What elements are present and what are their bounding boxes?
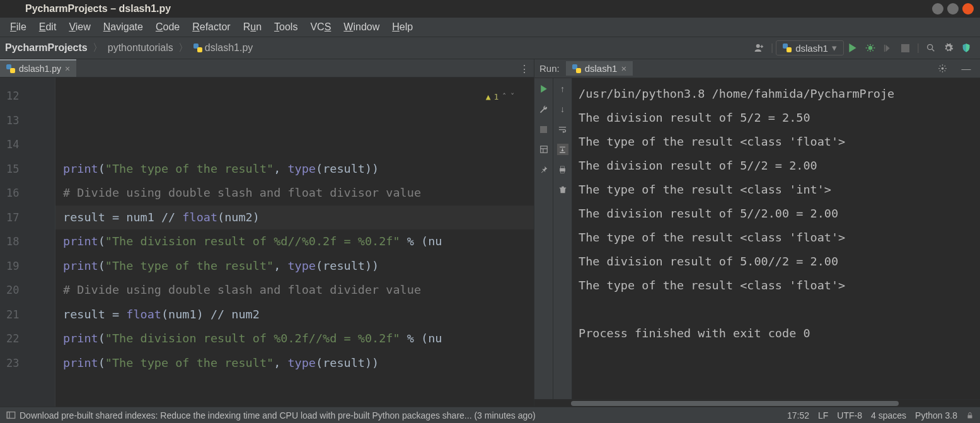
- soft-wrap-icon[interactable]: [557, 124, 568, 135]
- menu-navigate[interactable]: Navigate: [98, 20, 148, 34]
- gear-icon[interactable]: [942, 41, 955, 55]
- code-line[interactable]: # Divide using double slash and float di…: [63, 181, 534, 206]
- stop-button[interactable]: [899, 41, 913, 55]
- breadcrumb-file[interactable]: dslash1.py: [205, 42, 253, 54]
- menu-edit[interactable]: Edit: [34, 20, 62, 34]
- scroll-to-end-icon[interactable]: [557, 144, 568, 155]
- debug-button[interactable]: [863, 41, 877, 55]
- run-tool-header: Run: dslash1 × —: [534, 59, 980, 78]
- hide-panel-icon[interactable]: —: [959, 62, 973, 76]
- code-line[interactable]: print("The type of the result", type(res…: [63, 254, 534, 279]
- status-encoding[interactable]: UTF-8: [837, 410, 862, 420]
- run-button[interactable]: [846, 41, 860, 55]
- code-line[interactable]: # Divide using double slash and float di…: [63, 278, 534, 303]
- menu-tools[interactable]: Tools: [269, 20, 303, 34]
- up-arrow-icon[interactable]: ↑: [557, 83, 568, 95]
- lock-icon[interactable]: [966, 412, 974, 419]
- inspection-summary[interactable]: ▲ 1 ˆ ˇ: [486, 85, 515, 110]
- chevron-down-icon[interactable]: ˇ: [510, 85, 515, 110]
- status-time[interactable]: 17:52: [787, 410, 809, 420]
- close-icon[interactable]: ×: [621, 63, 626, 74]
- svg-point-0: [756, 44, 760, 48]
- run-tab-label: dslash1: [585, 63, 618, 74]
- status-interpreter[interactable]: Python 3.8: [915, 410, 957, 420]
- console-line: The type of the result <class 'float'>: [579, 274, 980, 298]
- window-close-button[interactable]: [962, 3, 974, 14]
- window-maximize-button[interactable]: [947, 3, 959, 14]
- print-icon[interactable]: [557, 164, 568, 175]
- wrench-icon[interactable]: [538, 103, 550, 115]
- breadcrumb-folder[interactable]: pythontutorials: [108, 42, 173, 54]
- console-line: The division result of 5.00//2 = 2.00: [579, 250, 980, 274]
- console-line: [579, 298, 980, 322]
- status-message[interactable]: Download pre-built shared indexes: Reduc…: [20, 410, 536, 420]
- layout-icon[interactable]: [538, 144, 550, 155]
- code-line[interactable]: result = float(num1) // num2: [63, 303, 534, 327]
- breadcrumb-project[interactable]: PycharmProjects: [5, 42, 88, 54]
- menu-view[interactable]: View: [64, 20, 95, 34]
- menu-refactor[interactable]: Refactor: [187, 20, 235, 34]
- search-icon[interactable]: [924, 41, 938, 55]
- coverage-button[interactable]: [881, 41, 895, 55]
- line-number[interactable]: 15: [6, 157, 55, 182]
- add-user-icon[interactable]: [752, 41, 766, 55]
- python-file-icon: [572, 64, 581, 73]
- code-line[interactable]: print("The division result of %d//%0.2f …: [63, 229, 534, 254]
- code-line[interactable]: print("The division result of %0.2f//%d …: [63, 327, 534, 351]
- navigation-bar: PycharmProjects 〉 pythontutorials 〉 dsla…: [0, 37, 980, 59]
- menu-bar: File Edit View Navigate Code Refactor Ru…: [0, 18, 980, 37]
- line-number[interactable]: 20: [6, 278, 55, 303]
- chevron-up-icon[interactable]: ˆ: [502, 85, 507, 110]
- menu-code[interactable]: Code: [151, 20, 185, 34]
- line-number[interactable]: 22: [6, 327, 55, 351]
- menu-window[interactable]: Window: [338, 20, 384, 34]
- menu-run[interactable]: Run: [238, 20, 267, 34]
- line-number[interactable]: 21: [6, 303, 55, 327]
- code-line[interactable]: [63, 375, 534, 400]
- svg-point-4: [928, 45, 933, 50]
- rerun-button[interactable]: [538, 83, 550, 95]
- breadcrumb[interactable]: PycharmProjects 〉 pythontutorials 〉 dsla…: [5, 42, 253, 55]
- tool-windows-icon[interactable]: [6, 410, 16, 420]
- status-indent[interactable]: 4 spaces: [871, 410, 906, 420]
- trash-icon[interactable]: [557, 184, 568, 195]
- stop-button[interactable]: [538, 124, 550, 135]
- toolbar-separator: |: [917, 42, 919, 54]
- line-number-gutter[interactable]: 121314151617181920212223: [0, 78, 55, 407]
- editor-tab[interactable]: dslash1.py ×: [0, 59, 76, 77]
- code-line[interactable]: print("The type of the result", type(res…: [63, 351, 534, 376]
- pin-icon[interactable]: [538, 164, 550, 175]
- window-minimize-button[interactable]: [932, 3, 943, 14]
- line-number[interactable]: 17: [6, 206, 55, 230]
- gear-icon[interactable]: [935, 62, 949, 76]
- code-editor[interactable]: ▲ 1 ˆ ˇ print("The type of the result", …: [55, 78, 534, 407]
- line-number[interactable]: 13: [6, 108, 55, 133]
- code-line[interactable]: print("The type of the result", type(res…: [63, 157, 534, 182]
- code-line[interactable]: result = num1 // float(num2): [63, 206, 534, 230]
- close-icon[interactable]: ×: [65, 64, 70, 74]
- line-number[interactable]: 14: [6, 132, 55, 157]
- menu-vcs[interactable]: VCS: [305, 20, 336, 34]
- shield-icon[interactable]: [959, 41, 973, 55]
- console-line: The type of the result <class 'float'>: [579, 226, 980, 250]
- menu-help[interactable]: Help: [387, 20, 418, 34]
- line-number[interactable]: 18: [6, 229, 55, 254]
- tab-options-icon[interactable]: ⋮: [519, 63, 530, 75]
- menu-file[interactable]: File: [5, 20, 32, 34]
- svg-rect-6: [540, 126, 547, 133]
- run-console-output[interactable]: /usr/bin/python3.8 /home/fahmida/Pycharm…: [572, 78, 980, 399]
- editor-body[interactable]: 121314151617181920212223 ▲ 1 ˆ ˇ print("…: [0, 78, 534, 407]
- run-tab[interactable]: dslash1 ×: [566, 61, 633, 76]
- status-line-separator[interactable]: LF: [818, 410, 828, 420]
- run-console-toolbar: ↑ ↓: [553, 78, 572, 399]
- scrollbar-thumb[interactable]: [571, 401, 899, 406]
- line-number[interactable]: 19: [6, 254, 55, 279]
- line-number[interactable]: 16: [6, 181, 55, 206]
- run-horizontal-scrollbar[interactable]: [534, 399, 980, 407]
- down-arrow-icon[interactable]: ↓: [557, 103, 568, 115]
- line-number[interactable]: 23: [6, 351, 55, 376]
- run-tool-window: Run: dslash1 × —: [534, 59, 980, 407]
- run-configuration-dropdown[interactable]: dslash1 ▾: [776, 40, 844, 55]
- code-line[interactable]: [63, 400, 534, 407]
- line-number[interactable]: 12: [6, 84, 55, 108]
